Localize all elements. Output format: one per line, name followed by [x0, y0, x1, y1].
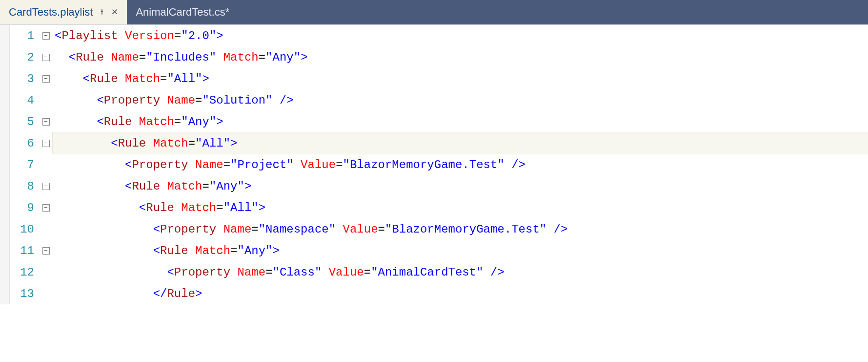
token-plain [160, 180, 167, 193]
fold-column: − [39, 32, 53, 40]
token-eq: = [174, 29, 181, 43]
code-area[interactable]: <Playlist Version="2.0"> <Rule Name="Inc… [53, 25, 868, 304]
token-punct: < [153, 244, 160, 257]
token-elem: Rule [132, 180, 160, 193]
token-punct: > [195, 287, 202, 300]
token-plain [188, 158, 195, 171]
fold-collapse-icon[interactable]: − [42, 118, 50, 126]
code-line[interactable]: <Playlist Version="2.0"> [53, 25, 868, 46]
code-line[interactable]: <Property Name="Namespace" Value="Blazor… [53, 218, 868, 240]
gutter-row: 6− [10, 132, 53, 154]
token-punct: /> [490, 266, 505, 279]
tab-inactive-label: AnimalCardTest.cs* [136, 6, 229, 19]
token-elem: Property [132, 158, 188, 171]
code-line[interactable]: <Rule Match="All"> [53, 132, 868, 154]
code-line[interactable]: <Rule Name="Includes" Match="Any"> [53, 46, 868, 68]
line-number: 12 [10, 266, 39, 279]
fold-collapse-icon[interactable]: − [42, 54, 50, 61]
token-str: "Class" [272, 266, 322, 279]
line-number: 4 [10, 94, 39, 107]
gutter-row: 8− [10, 175, 53, 197]
gutter-row: 10 [10, 218, 53, 240]
token-elem: Rule [76, 51, 104, 64]
code-line[interactable]: <Property Name="Project" Value="BlazorMe… [53, 154, 868, 175]
token-attr: Match [181, 201, 216, 214]
token-punct: > [216, 29, 223, 43]
gutter-row: 9− [10, 197, 53, 218]
token-eq: = [251, 223, 258, 236]
token-punct: /> [280, 94, 294, 107]
fold-column: − [39, 247, 53, 255]
token-eq: = [139, 51, 146, 64]
code-line[interactable]: </Rule> [53, 283, 868, 304]
token-plain [322, 266, 328, 279]
token-plain [484, 266, 490, 279]
token-elem: Rule [90, 72, 118, 85]
token-elem: Rule [146, 201, 174, 214]
token-attr: Match [139, 115, 174, 128]
tab-inactive[interactable]: AnimalCardTest.cs* [127, 0, 238, 24]
token-elem: Rule [118, 137, 146, 150]
token-eq: = [378, 223, 385, 236]
token-attr: Name [167, 94, 195, 107]
token-plain [546, 223, 553, 236]
token-str: "Project" [230, 158, 294, 171]
token-punct: < [139, 201, 146, 214]
token-str: "AnimalCardTest" [371, 266, 483, 279]
code-line[interactable]: <Rule Match="All"> [53, 197, 868, 218]
token-punct: > [216, 115, 223, 128]
token-eq: = [195, 94, 202, 107]
code-line[interactable]: <Rule Match="All"> [53, 68, 868, 89]
token-plain [188, 244, 195, 257]
token-plain [273, 94, 280, 107]
token-eq: = [265, 266, 272, 279]
gutter-row: 5− [10, 111, 53, 132]
token-attr: Match [153, 137, 188, 150]
line-number: 11 [10, 244, 39, 257]
token-plain [118, 72, 125, 85]
tab-active-label: CardTests.playlist [9, 6, 93, 19]
token-attr: Value [343, 223, 378, 236]
token-str: "BlazorMemoryGame.Test" [385, 223, 546, 236]
line-number: 8 [10, 180, 39, 193]
token-elem: Rule [160, 244, 188, 257]
token-punct: < [69, 51, 76, 64]
fold-column: − [39, 75, 53, 83]
fold-collapse-icon[interactable]: − [42, 32, 50, 40]
token-punct: > [259, 201, 265, 214]
token-str: "Any" [265, 51, 301, 64]
token-punct: < [97, 115, 103, 128]
token-eq: = [174, 115, 181, 128]
pin-icon[interactable] [99, 7, 105, 18]
code-line[interactable]: <Rule Match="Any"> [53, 175, 868, 197]
fold-collapse-icon[interactable]: − [42, 204, 50, 212]
token-plain [160, 94, 167, 107]
tab-active[interactable]: CardTests.playlist [0, 0, 127, 24]
token-eq: = [230, 244, 237, 257]
fold-collapse-icon[interactable]: − [42, 75, 50, 83]
token-eq: = [216, 201, 223, 214]
fold-column: − [39, 204, 53, 212]
gutter: 1−2−3−45−6−78−9−1011−1213 [10, 25, 53, 304]
token-str: "Includes" [146, 51, 216, 64]
gutter-row: 2− [10, 46, 53, 68]
code-line[interactable]: <Rule Match="Any"> [53, 111, 868, 132]
close-icon[interactable] [111, 7, 118, 18]
token-punct: > [301, 51, 307, 64]
fold-collapse-icon[interactable]: − [42, 247, 50, 255]
token-punct: /> [511, 158, 525, 171]
code-line[interactable]: <Property Name="Class" Value="AnimalCard… [53, 261, 868, 283]
fold-column: − [39, 183, 53, 190]
token-attr: Match [125, 72, 160, 85]
token-plain [118, 29, 125, 43]
token-attr: Value [329, 266, 364, 279]
line-number: 13 [10, 287, 39, 300]
token-elem: Rule [104, 115, 132, 128]
code-line[interactable]: <Property Name="Solution" /> [53, 89, 868, 111]
code-line[interactable]: <Rule Match="Any"> [53, 240, 868, 261]
token-eq: = [160, 72, 167, 85]
fold-collapse-icon[interactable]: − [42, 183, 50, 190]
gutter-row: 4 [10, 89, 53, 111]
fold-collapse-icon[interactable]: − [42, 140, 50, 147]
line-number: 10 [10, 223, 39, 236]
